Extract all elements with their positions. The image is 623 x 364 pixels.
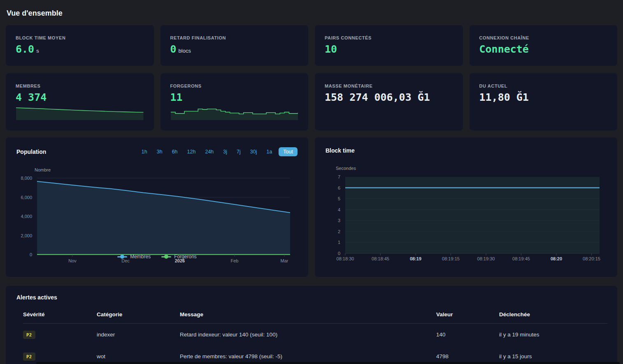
- forgerons-legend-marker-icon: [161, 255, 171, 259]
- column-header-message: Message: [180, 311, 436, 318]
- range-button-tout-active[interactable]: Tout: [279, 147, 298, 156]
- y-tick: 5: [338, 196, 340, 201]
- y-tick: 6,000: [21, 195, 32, 200]
- stat-label: MEMBRES: [16, 83, 144, 88]
- range-button-24h[interactable]: 24h: [202, 147, 216, 156]
- severity-badge: P2: [23, 331, 35, 339]
- alert-message: Perte de membres: valeur 4798 (seuil: -5…: [180, 353, 436, 359]
- blocktime-chart: Secondes 7 6 5 4 3 2 1 0: [315, 162, 617, 267]
- stat-card-membres: MEMBRES 4 374: [6, 73, 154, 130]
- alert-value: 4798: [436, 353, 499, 359]
- stat-value: 158 274 006,03 Ğ1: [325, 91, 453, 103]
- blocktime-chart-card: Block time Secondes 7 6 5 4 3 2 1 0: [315, 137, 617, 277]
- stat-card-connexion: CONNEXION CHAÎNE Connecté: [470, 25, 618, 66]
- stat-unit: s: [36, 48, 39, 54]
- stat-label: BLOCK TIME MOYEN: [16, 35, 144, 40]
- range-button-6h[interactable]: 6h: [169, 147, 181, 156]
- blocktime-chart-header: Block time: [315, 137, 617, 154]
- x-tick: 08:18:30: [337, 256, 354, 261]
- x-tick: 08:19:45: [512, 256, 530, 261]
- stats-row-2: MEMBRES 4 374 FORGERONS 11 MASSE MONÉTAI…: [6, 73, 617, 130]
- time-range-selector: 1h 3h 6h 12h 24h 3j 7j 30j 1a Tout: [139, 147, 298, 156]
- stat-value: 0blocs: [170, 43, 299, 55]
- population-legend: Membres Forgerons: [6, 254, 308, 260]
- population-chart-title: Population: [16, 148, 46, 155]
- y-tick: 7: [338, 174, 340, 179]
- x-tick: 08:19: [410, 256, 421, 261]
- range-button-12h[interactable]: 12h: [184, 147, 199, 156]
- legend-item-membres[interactable]: Membres: [117, 254, 151, 260]
- x-tick: 08:18:45: [372, 256, 389, 261]
- stat-card-pairs: PAIRS CONNECTÉS 10: [315, 25, 463, 66]
- blocktime-chart-title: Block time: [325, 147, 355, 154]
- alert-row: P2 indexer Retard indexeur: valeur 140 (…: [23, 324, 607, 345]
- y-tick: 0: [338, 251, 340, 256]
- alerts-card: Alertes actives Sévérité Catégorie Messa…: [6, 286, 617, 364]
- stat-value-text: Connecté: [479, 43, 529, 55]
- stat-value-number: 6.0: [16, 43, 34, 55]
- alert-value: 140: [436, 332, 499, 338]
- y-axis-name: Secondes: [336, 166, 356, 171]
- alert-message: Retard indexeur: valeur 140 (seuil: 100): [180, 332, 436, 338]
- stat-card-block-time: BLOCK TIME MOYEN 6.0s: [6, 25, 154, 66]
- stat-card-masse-monetaire: MASSE MONÉTAIRE 158 274 006,03 Ğ1: [315, 73, 463, 130]
- stat-value-number: 11: [170, 91, 183, 103]
- y-tick: 3: [338, 218, 340, 223]
- range-button-3h[interactable]: 3h: [154, 147, 165, 156]
- stat-value connection-status: Connecté: [479, 43, 608, 55]
- horizontal-scrollbar[interactable]: [36, 362, 620, 364]
- stat-card-finalisation: RETARD FINALISATION 0blocs: [160, 25, 309, 66]
- alert-row: P2 wot Perte de membres: valeur 4798 (se…: [23, 345, 607, 364]
- y-tick: 2,000: [21, 233, 32, 238]
- population-chart-card: Population 1h 3h 6h 12h 24h 3j 7j 30j 1a…: [6, 137, 308, 277]
- stat-value-number: 11,80 Ğ1: [479, 91, 529, 103]
- stat-value-number: 10: [325, 43, 337, 55]
- stat-unit: blocs: [179, 48, 191, 54]
- stat-value: 11: [170, 91, 299, 103]
- legend-item-forgerons[interactable]: Forgerons: [161, 254, 197, 260]
- stat-label: CONNEXION CHAÎNE: [479, 35, 608, 40]
- y-tick: 8,000: [21, 176, 32, 181]
- stat-value-number: 0: [170, 43, 177, 55]
- x-tick: 08:20: [551, 256, 562, 261]
- y-tick: 4,000: [21, 214, 32, 219]
- stat-card-forgerons: FORGERONS 11: [160, 73, 309, 130]
- stat-label: RETARD FINALISATION: [170, 35, 299, 40]
- range-button-30j[interactable]: 30j: [247, 147, 260, 156]
- stat-label: DU ACTUEL: [479, 83, 608, 88]
- alerts-title: Alertes actives: [6, 286, 617, 301]
- range-button-1h[interactable]: 1h: [139, 147, 150, 156]
- column-header-triggered: Déclenchée: [499, 311, 607, 318]
- stat-label: MASSE MONÉTAIRE: [325, 83, 453, 88]
- stat-value-number: 158 274 006,03 Ğ1: [325, 91, 430, 103]
- stat-value-number: 4 374: [16, 91, 46, 103]
- severity-badge: P2: [23, 352, 35, 361]
- y-axis-name: Nombre: [35, 167, 51, 172]
- stat-label: PAIRS CONNECTÉS: [325, 35, 453, 40]
- column-header-value: Valeur: [436, 311, 499, 318]
- charts-row: Population 1h 3h 6h 12h 24h 3j 7j 30j 1a…: [6, 137, 617, 277]
- range-button-7j[interactable]: 7j: [234, 147, 244, 156]
- page-title: Vue d'ensemble: [7, 8, 616, 18]
- alerts-table-header: Sévérité Catégorie Message Valeur Déclen…: [23, 306, 607, 324]
- y-tick: 4: [338, 207, 340, 212]
- range-button-3j[interactable]: 3j: [220, 147, 230, 156]
- y-tick: 2: [338, 229, 340, 234]
- column-header-severity: Sévérité: [23, 311, 97, 318]
- population-chart: Nombre 8,000 6,000 4,000 2,000 0: [6, 165, 308, 267]
- y-tick: 1: [338, 240, 340, 245]
- membres-legend-marker-icon: [117, 255, 127, 259]
- stat-value: 11,80 Ğ1: [479, 91, 608, 103]
- alert-category: indexer: [97, 332, 180, 338]
- legend-label: Membres: [130, 254, 151, 260]
- range-button-1a[interactable]: 1a: [263, 147, 275, 156]
- stat-label: FORGERONS: [170, 83, 299, 88]
- stats-row-1: BLOCK TIME MOYEN 6.0s RETARD FINALISATIO…: [6, 25, 617, 66]
- dashboard-page: Vue d'ensemble BLOCK TIME MOYEN 6.0s RET…: [0, 8, 623, 364]
- y-tick: 6: [338, 185, 340, 190]
- stat-card-du-actuel: DU ACTUEL 11,80 Ğ1: [470, 73, 618, 130]
- stat-value: 10: [325, 43, 453, 55]
- stat-value: 6.0s: [16, 43, 144, 55]
- x-tick: 08:19:30: [477, 256, 495, 261]
- legend-label: Forgerons: [174, 254, 197, 260]
